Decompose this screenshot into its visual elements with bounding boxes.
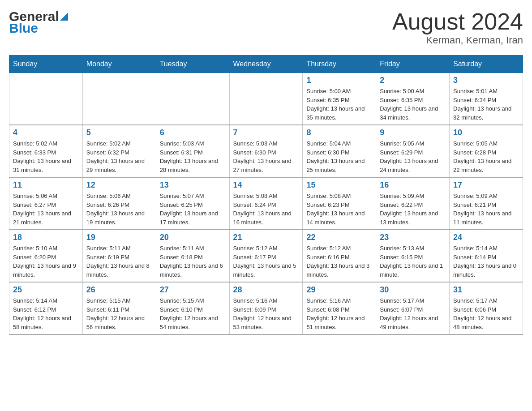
- day-number: 16: [380, 180, 446, 190]
- day-number: 13: [160, 180, 226, 190]
- calendar-day-cell: 28Sunrise: 5:16 AMSunset: 6:09 PMDayligh…: [229, 282, 303, 334]
- calendar-day-cell: 19Sunrise: 5:11 AMSunset: 6:19 PMDayligh…: [82, 230, 156, 282]
- day-number: 22: [306, 233, 372, 242]
- day-info: Sunrise: 5:17 AMSunset: 6:06 PMDaylight:…: [453, 296, 519, 331]
- calendar-day-cell: [156, 73, 229, 125]
- day-info: Sunrise: 5:11 AMSunset: 6:19 PMDaylight:…: [86, 244, 152, 279]
- day-info: Sunrise: 5:13 AMSunset: 6:15 PMDaylight:…: [380, 244, 446, 279]
- calendar-day-cell: 26Sunrise: 5:15 AMSunset: 6:11 PMDayligh…: [82, 282, 156, 334]
- calendar-day-cell: 9Sunrise: 5:05 AMSunset: 6:29 PMDaylight…: [376, 125, 450, 177]
- day-number: 10: [453, 128, 519, 137]
- day-info: Sunrise: 5:16 AMSunset: 6:09 PMDaylight:…: [233, 296, 299, 331]
- day-info: Sunrise: 5:05 AMSunset: 6:28 PMDaylight:…: [453, 139, 519, 174]
- day-number: 24: [453, 233, 519, 242]
- day-number: 6: [160, 128, 226, 137]
- logo: General Blue: [9, 9, 68, 36]
- day-number: 27: [160, 285, 226, 295]
- calendar-day-cell: [229, 73, 303, 125]
- day-of-week-header: Wednesday: [229, 56, 303, 73]
- day-info: Sunrise: 5:07 AMSunset: 6:25 PMDaylight:…: [160, 192, 226, 227]
- calendar-title: August 2024: [392, 9, 523, 34]
- day-of-week-header: Thursday: [303, 56, 376, 73]
- day-number: 17: [453, 180, 519, 190]
- calendar-day-cell: 10Sunrise: 5:05 AMSunset: 6:28 PMDayligh…: [450, 125, 523, 177]
- calendar-week-row: 25Sunrise: 5:14 AMSunset: 6:12 PMDayligh…: [9, 282, 523, 334]
- calendar-day-cell: 5Sunrise: 5:02 AMSunset: 6:32 PMDaylight…: [82, 125, 156, 177]
- day-number: 8: [306, 128, 372, 137]
- day-number: 20: [160, 233, 226, 242]
- calendar-week-row: 1Sunrise: 5:00 AMSunset: 6:35 PMDaylight…: [9, 73, 523, 125]
- day-number: 30: [380, 285, 446, 295]
- page-header: General Blue August 2024 Kerman, Kerman,…: [9, 9, 523, 46]
- day-number: 23: [380, 233, 446, 242]
- day-number: 25: [13, 285, 79, 295]
- calendar-table: SundayMondayTuesdayWednesdayThursdayFrid…: [9, 55, 523, 335]
- days-of-week-row: SundayMondayTuesdayWednesdayThursdayFrid…: [9, 56, 523, 73]
- day-number: 3: [453, 76, 519, 85]
- day-number: 5: [86, 128, 152, 137]
- day-info: Sunrise: 5:04 AMSunset: 6:30 PMDaylight:…: [306, 139, 372, 174]
- day-number: 15: [306, 180, 372, 190]
- day-info: Sunrise: 5:10 AMSunset: 6:20 PMDaylight:…: [13, 244, 79, 279]
- calendar-week-row: 18Sunrise: 5:10 AMSunset: 6:20 PMDayligh…: [9, 230, 523, 282]
- day-info: Sunrise: 5:17 AMSunset: 6:07 PMDaylight:…: [380, 296, 446, 331]
- calendar-day-cell: [82, 73, 156, 125]
- calendar-day-cell: 11Sunrise: 5:06 AMSunset: 6:27 PMDayligh…: [9, 177, 83, 230]
- calendar-week-row: 4Sunrise: 5:02 AMSunset: 6:33 PMDaylight…: [9, 125, 523, 177]
- calendar-day-cell: 14Sunrise: 5:08 AMSunset: 6:24 PMDayligh…: [229, 177, 303, 230]
- day-number: 21: [233, 233, 299, 242]
- day-info: Sunrise: 5:09 AMSunset: 6:22 PMDaylight:…: [380, 192, 446, 227]
- day-of-week-header: Monday: [82, 56, 156, 73]
- calendar-day-cell: 23Sunrise: 5:13 AMSunset: 6:15 PMDayligh…: [376, 230, 450, 282]
- calendar-day-cell: 24Sunrise: 5:14 AMSunset: 6:14 PMDayligh…: [450, 230, 523, 282]
- calendar-day-cell: 1Sunrise: 5:00 AMSunset: 6:35 PMDaylight…: [303, 73, 376, 125]
- day-info: Sunrise: 5:06 AMSunset: 6:26 PMDaylight:…: [86, 192, 152, 227]
- logo-triangle-icon: [60, 13, 68, 21]
- day-of-week-header: Saturday: [450, 56, 523, 73]
- day-info: Sunrise: 5:15 AMSunset: 6:11 PMDaylight:…: [86, 296, 152, 331]
- calendar-day-cell: 16Sunrise: 5:09 AMSunset: 6:22 PMDayligh…: [376, 177, 450, 230]
- day-info: Sunrise: 5:16 AMSunset: 6:08 PMDaylight:…: [306, 296, 372, 331]
- day-number: 26: [86, 285, 152, 295]
- day-info: Sunrise: 5:01 AMSunset: 6:34 PMDaylight:…: [453, 87, 519, 122]
- day-info: Sunrise: 5:00 AMSunset: 6:35 PMDaylight:…: [306, 87, 372, 122]
- day-number: 11: [13, 180, 79, 190]
- logo-blue-text: Blue: [9, 21, 38, 36]
- day-info: Sunrise: 5:11 AMSunset: 6:18 PMDaylight:…: [160, 244, 226, 279]
- calendar-day-cell: 8Sunrise: 5:04 AMSunset: 6:30 PMDaylight…: [303, 125, 376, 177]
- day-info: Sunrise: 5:08 AMSunset: 6:24 PMDaylight:…: [233, 192, 299, 227]
- calendar-body: 1Sunrise: 5:00 AMSunset: 6:35 PMDaylight…: [9, 73, 523, 335]
- day-number: 12: [86, 180, 152, 190]
- day-info: Sunrise: 5:09 AMSunset: 6:21 PMDaylight:…: [453, 192, 519, 227]
- day-info: Sunrise: 5:03 AMSunset: 6:30 PMDaylight:…: [233, 139, 299, 174]
- day-info: Sunrise: 5:12 AMSunset: 6:16 PMDaylight:…: [306, 244, 372, 279]
- day-info: Sunrise: 5:15 AMSunset: 6:10 PMDaylight:…: [160, 296, 226, 331]
- day-number: 31: [453, 285, 519, 295]
- calendar-day-cell: 18Sunrise: 5:10 AMSunset: 6:20 PMDayligh…: [9, 230, 83, 282]
- day-number: 1: [306, 76, 372, 85]
- day-info: Sunrise: 5:06 AMSunset: 6:27 PMDaylight:…: [13, 192, 79, 227]
- day-number: 7: [233, 128, 299, 137]
- calendar-day-cell: 29Sunrise: 5:16 AMSunset: 6:08 PMDayligh…: [303, 282, 376, 334]
- day-of-week-header: Friday: [376, 56, 450, 73]
- day-info: Sunrise: 5:08 AMSunset: 6:23 PMDaylight:…: [306, 192, 372, 227]
- calendar-day-cell: 3Sunrise: 5:01 AMSunset: 6:34 PMDaylight…: [450, 73, 523, 125]
- calendar-day-cell: 15Sunrise: 5:08 AMSunset: 6:23 PMDayligh…: [303, 177, 376, 230]
- day-number: 19: [86, 233, 152, 242]
- calendar-day-cell: 6Sunrise: 5:03 AMSunset: 6:31 PMDaylight…: [156, 125, 229, 177]
- day-number: 28: [233, 285, 299, 295]
- calendar-day-cell: 25Sunrise: 5:14 AMSunset: 6:12 PMDayligh…: [9, 282, 83, 334]
- calendar-title-block: August 2024 Kerman, Kerman, Iran: [392, 9, 523, 46]
- day-number: 2: [380, 76, 446, 85]
- calendar-day-cell: [9, 73, 83, 125]
- calendar-day-cell: 13Sunrise: 5:07 AMSunset: 6:25 PMDayligh…: [156, 177, 229, 230]
- svg-marker-0: [60, 13, 68, 21]
- calendar-header: SundayMondayTuesdayWednesdayThursdayFrid…: [9, 56, 523, 73]
- day-number: 29: [306, 285, 372, 295]
- day-number: 4: [13, 128, 79, 137]
- calendar-day-cell: 21Sunrise: 5:12 AMSunset: 6:17 PMDayligh…: [229, 230, 303, 282]
- day-number: 18: [13, 233, 79, 242]
- day-info: Sunrise: 5:02 AMSunset: 6:33 PMDaylight:…: [13, 139, 79, 174]
- calendar-day-cell: 30Sunrise: 5:17 AMSunset: 6:07 PMDayligh…: [376, 282, 450, 334]
- calendar-day-cell: 12Sunrise: 5:06 AMSunset: 6:26 PMDayligh…: [82, 177, 156, 230]
